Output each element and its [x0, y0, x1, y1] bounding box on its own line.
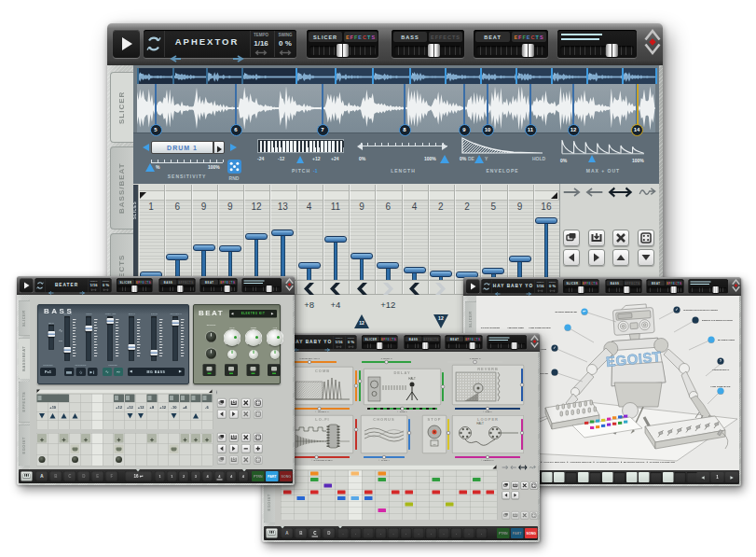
svg-text:HALT: HALT	[408, 377, 416, 381]
svg-text:33: 33	[433, 443, 436, 446]
svg-text:HALT: HALT	[476, 422, 484, 425]
